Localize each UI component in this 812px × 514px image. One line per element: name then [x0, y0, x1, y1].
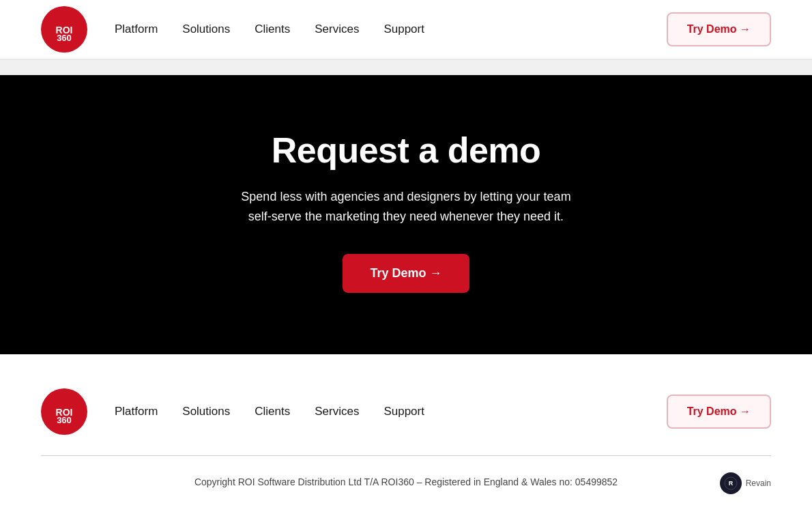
roi360-logo: ROI 360 [41, 6, 87, 53]
svg-text:R: R [728, 480, 733, 487]
hero-section: Request a demo Spend less with agencies … [0, 75, 812, 354]
footer-nav-link-services[interactable]: Services [315, 405, 359, 418]
revain-badge: R Revain [720, 472, 771, 494]
nav-link-services[interactable]: Services [315, 23, 359, 35]
nav-link-support[interactable]: Support [383, 23, 424, 35]
main-nav: PlatformSolutionsClientsServicesSupport [115, 23, 424, 36]
footer-nav-link-clients[interactable]: Clients [255, 405, 290, 418]
logo-container[interactable]: ROI 360 [41, 6, 87, 53]
nav-link-clients[interactable]: Clients [255, 23, 290, 35]
footer-bottom: Copyright ROI Software Distribution Ltd … [41, 456, 771, 508]
footer-logo-container[interactable]: ROI 360 [41, 388, 87, 435]
nav-link-platform[interactable]: Platform [115, 23, 158, 35]
footer-try-demo-button[interactable]: Try Demo → [667, 395, 771, 429]
site-header: ROI 360 PlatformSolutionsClientsServices… [0, 0, 812, 60]
site-footer: ROI 360 PlatformSolutionsClientsServices… [0, 354, 812, 508]
gray-band [0, 60, 812, 75]
hero-subtitle: Spend less with agencies and designers b… [229, 187, 583, 227]
footer-nav-link-solutions[interactable]: Solutions [182, 405, 230, 418]
footer-left: ROI 360 PlatformSolutionsClientsServices… [41, 388, 424, 435]
footer-nav: PlatformSolutionsClientsServicesSupport [115, 405, 424, 418]
footer-nav-link-support[interactable]: Support [383, 405, 424, 418]
svg-text:360: 360 [57, 415, 72, 425]
revain-icon: R [720, 472, 742, 494]
footer-roi360-logo: ROI 360 [41, 388, 87, 435]
footer-top: ROI 360 PlatformSolutionsClientsServices… [41, 388, 771, 455]
hero-try-demo-button[interactable]: Try Demo → [343, 254, 469, 293]
revain-label: Revain [746, 479, 771, 488]
svg-text:360: 360 [57, 33, 72, 43]
footer-nav-link-platform[interactable]: Platform [115, 405, 158, 418]
nav-link-solutions[interactable]: Solutions [182, 23, 230, 35]
header-left: ROI 360 PlatformSolutionsClientsServices… [41, 6, 424, 53]
hero-title: Request a demo [272, 130, 541, 171]
header-try-demo-button[interactable]: Try Demo → [667, 12, 771, 46]
footer-copyright: Copyright ROI Software Distribution Ltd … [41, 476, 771, 487]
